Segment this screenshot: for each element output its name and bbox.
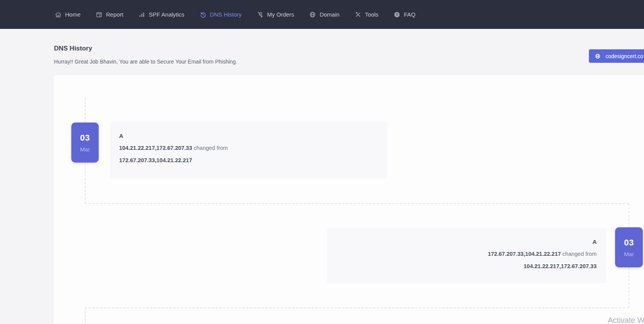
nav-item-faq[interactable]: ? FAQ xyxy=(393,11,415,18)
dns-change-card: A 172.67.207.33,104.21.22.217 changed fr… xyxy=(327,228,606,283)
record-type: A xyxy=(336,238,597,245)
nav-item-label: Domain xyxy=(319,11,340,18)
content-panel xyxy=(54,75,644,324)
date-month: Mar xyxy=(624,251,634,257)
nav-item-label: Tools xyxy=(365,11,378,18)
record-old-line: 172.67.207.33,104.21.22.217 xyxy=(119,157,378,164)
nav-item-dns-history[interactable]: DNS History xyxy=(200,11,242,18)
hand-truck-icon xyxy=(257,11,264,18)
top-navbar: Home Report SPF Analytics DNS History My… xyxy=(0,0,644,29)
nav-item-my-orders[interactable]: My Orders xyxy=(257,11,294,18)
history-icon xyxy=(200,11,207,18)
record-old-value: 172.67.207.33,104.21.22.217 xyxy=(119,157,192,163)
nav-item-report[interactable]: Report xyxy=(96,11,123,18)
nav-item-label: SPF Analytics xyxy=(149,11,185,18)
domain-selector-button[interactable]: codesigncert.co xyxy=(589,49,644,63)
record-new-value: 104.21.22.217,172.67.207.33 xyxy=(119,145,192,151)
nav-item-home[interactable]: Home xyxy=(55,11,81,18)
record-changed-text: changed from xyxy=(194,145,228,151)
bar-chart-icon xyxy=(138,11,145,18)
record-change-line: 104.21.22.217,172.67.207.33 changed from xyxy=(119,145,378,151)
nav-item-label: Report xyxy=(106,11,123,18)
record-change-line: 172.67.207.33,104.21.22.217 changed from xyxy=(336,251,597,257)
globe-icon xyxy=(595,53,601,59)
page-title: DNS History xyxy=(54,45,92,52)
timeline-line-horizontal-top xyxy=(85,203,629,204)
date-month: Mar xyxy=(80,146,90,153)
date-badge: 03 Mar xyxy=(615,227,643,267)
timeline-line-vertical-left-continuation xyxy=(85,308,86,324)
nav-item-label: FAQ xyxy=(404,11,415,18)
nav-item-domain[interactable]: Domain xyxy=(309,11,340,18)
nav-item-spf-analytics[interactable]: SPF Analytics xyxy=(138,11,185,18)
nav-item-label: My Orders xyxy=(267,11,294,18)
date-day: 03 xyxy=(624,238,634,248)
question-icon: ? xyxy=(393,11,400,18)
date-badge: 03 Mar xyxy=(71,123,99,163)
domain-button-label: codesigncert.co xyxy=(605,53,643,59)
dns-change-card: A 104.21.22.217,172.67.207.33 changed fr… xyxy=(110,122,387,178)
record-old-line: 104.21.22.217,172.67.207.33 xyxy=(336,263,597,270)
record-type: A xyxy=(119,133,378,139)
page-subtitle: Hurray!! Great Job Bhavin, You are able … xyxy=(54,59,237,65)
record-changed-text: changed from xyxy=(562,251,597,257)
nav-item-label: Home xyxy=(65,11,81,18)
record-new-value: 172.67.207.33,104.21.22.217 xyxy=(488,251,561,257)
tools-icon xyxy=(355,11,362,18)
report-icon xyxy=(96,11,103,18)
home-icon xyxy=(55,11,62,18)
date-day: 03 xyxy=(80,133,90,143)
activate-windows-watermark: Activate Wi xyxy=(608,316,644,324)
nav-item-tools[interactable]: Tools xyxy=(355,11,378,18)
globe-icon xyxy=(309,11,316,18)
record-old-value: 104.21.22.217,172.67.207.33 xyxy=(524,263,597,269)
svg-text:?: ? xyxy=(396,13,398,17)
nav-item-label: DNS History xyxy=(210,11,242,18)
timeline-line-horizontal-bottom xyxy=(85,307,629,308)
